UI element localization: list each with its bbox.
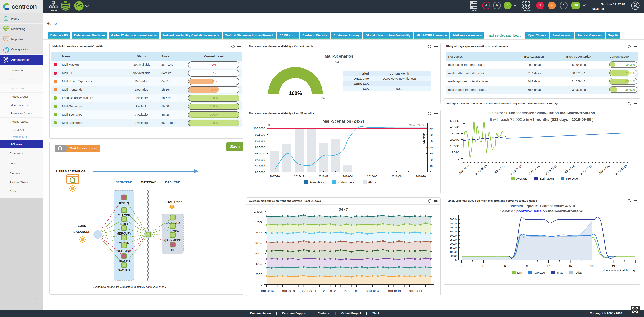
svg-text:2018-09-30: 2018-09-30	[475, 164, 488, 175]
svg-text:FRONTEND: FRONTEND	[116, 180, 132, 184]
svg-text:500.0: 500.0	[450, 218, 456, 221]
svg-text:20: 20	[430, 158, 432, 161]
svg-text:0: 0	[458, 157, 459, 160]
svg-text:97.0000: 97.0000	[255, 165, 265, 168]
svg-text:Alerts: Alerts	[368, 180, 376, 184]
svg-text:55.88G: 55.88G	[450, 119, 459, 122]
svg-text:USERS SCENARIOS: USERS SCENARIOS	[56, 170, 86, 173]
svg-text:200.0: 200.0	[450, 242, 456, 245]
svg-text:100%: 100%	[289, 90, 302, 96]
svg-text:150.0: 150.0	[450, 246, 456, 249]
svg-text:0: 0	[267, 96, 268, 99]
svg-text:2018-10-26: 2018-10-26	[510, 164, 523, 175]
svg-text:2018-10-14: 2018-10-14	[408, 290, 422, 293]
svg-text:350.0: 350.0	[450, 230, 456, 233]
svg-text:2018-10: 2018-10	[416, 175, 426, 178]
svg-text:450.0: 450.0	[450, 222, 456, 225]
svg-text:37.25G: 37.25G	[450, 132, 459, 135]
svg-text:2018-12-30: 2018-12-30	[597, 164, 610, 175]
svg-text:2018-09-28: 2018-09-28	[323, 290, 337, 293]
svg-text:100.0000: 100.0000	[254, 127, 265, 130]
svg-text:Service : postfix-queue on mai: Service : postfix-queue on mail-earth-fr…	[500, 209, 583, 213]
svg-text:2018-11-21: 2018-11-21	[545, 164, 558, 175]
svg-text:It will reach 79.00Go in +3 mo: It will reach 79.00Go in +3 months (323 …	[490, 117, 594, 122]
svg-text:60: 60	[430, 133, 432, 136]
svg-text:Today: Today	[574, 271, 582, 274]
svg-text:250.0: 250.0	[450, 238, 456, 241]
svg-text:IO: IO	[171, 248, 174, 252]
svg-text:2018-09-20: 2018-09-20	[281, 290, 295, 293]
svg-text:2018-10-10: 2018-10-10	[387, 290, 401, 293]
svg-text:SATURN: SATURN	[118, 269, 130, 272]
svg-text:GANYMEDE: GANYMEDE	[164, 239, 181, 242]
svg-text:50: 50	[430, 140, 432, 143]
svg-text:100.0: 100.0	[450, 250, 456, 253]
svg-text:98.0000: 98.0000	[255, 152, 265, 155]
svg-text:0: 0	[430, 171, 431, 174]
svg-text:0: 0	[461, 264, 462, 268]
svg-text:99.0000: 99.0000	[255, 139, 265, 142]
svg-text:40: 40	[430, 146, 432, 149]
svg-text:2018-10-02: 2018-10-02	[344, 290, 358, 293]
svg-text:98.5000: 98.5000	[255, 146, 265, 149]
svg-text:MERCURY: MERCURY	[116, 232, 131, 235]
svg-text:2018-02: 2018-02	[318, 175, 328, 178]
svg-text:1.400k: 1.400k	[254, 210, 262, 213]
svg-text:Performance: Performance	[338, 180, 355, 184]
svg-text:Max: Max	[557, 271, 563, 274]
svg-text:EARTH: EARTH	[119, 201, 129, 204]
svg-text:Projection: Projection	[566, 177, 580, 180]
svg-text:300.0: 300.0	[450, 234, 456, 237]
svg-text:400.0: 400.0	[450, 226, 456, 229]
svg-text:12: 12	[547, 264, 550, 268]
svg-text:3: 3	[482, 264, 484, 268]
svg-text:21: 21	[612, 264, 616, 268]
svg-text:46.57G: 46.57G	[450, 126, 459, 129]
svg-text:LOAD: LOAD	[78, 224, 86, 227]
svg-text:18: 18	[590, 264, 594, 268]
svg-text:Mail-Scenarios (24x7): Mail-Scenarios (24x7)	[322, 119, 364, 123]
svg-text:99.5000: 99.5000	[255, 133, 265, 136]
svg-text:Min: Min	[517, 271, 522, 274]
svg-text:2017-10: 2017-10	[270, 175, 280, 178]
svg-text:18.63G: 18.63G	[450, 145, 459, 148]
svg-text:9.31G: 9.31G	[452, 151, 459, 154]
svg-text:15: 15	[569, 264, 572, 268]
svg-text:2018-09-17: 2018-09-17	[457, 164, 470, 175]
svg-text:0: 0	[261, 283, 262, 286]
svg-text:2018-10-06: 2018-10-06	[366, 290, 380, 293]
svg-text:LDAP Paris: LDAP Paris	[165, 200, 182, 204]
svg-text:97.5000: 97.5000	[255, 158, 265, 161]
svg-text:2018-09-16: 2018-09-16	[260, 290, 274, 293]
svg-text:0: 0	[455, 259, 456, 262]
svg-text:Nb alerts: Nb alerts	[422, 133, 426, 144]
svg-text:1.000k: 1.000k	[254, 231, 262, 234]
svg-text:2017-12: 2017-12	[294, 175, 304, 178]
svg-text:Average: Average	[534, 271, 545, 274]
svg-text:30: 30	[430, 152, 432, 155]
svg-text:2018-12-17: 2018-12-17	[580, 164, 593, 175]
svg-text:2018-04: 2018-04	[343, 175, 353, 178]
svg-text:2018-12-04: 2018-12-04	[562, 164, 575, 175]
svg-text:2018-11-08: 2018-11-08	[528, 164, 540, 175]
svg-text:100: 100	[321, 96, 326, 99]
svg-text:Average: Average	[516, 177, 528, 180]
svg-text:%: %	[267, 124, 270, 126]
svg-text:Indicator : queue. Current val: Indicator : queue. Current value: 497.0	[508, 204, 575, 208]
svg-text:BACKEND: BACKEND	[165, 180, 180, 184]
svg-text:GATEWAY: GATEWAY	[141, 180, 156, 184]
svg-text:50.00: 50.00	[450, 254, 456, 257]
svg-text:2019-01-12: 2019-01-12	[615, 164, 628, 175]
svg-text:Estimation: Estimation	[540, 177, 554, 180]
svg-text:24x7: 24x7	[339, 207, 348, 212]
svg-text:600.0: 600.0	[256, 252, 262, 255]
svg-text:1.200k: 1.200k	[254, 221, 262, 224]
svg-text:Hours of a typical 24h day: Hours of a typical 24h day	[602, 269, 636, 272]
svg-text:Right click on objects with st: Right click on objects with status to di…	[93, 285, 166, 289]
svg-text:Indicator : used for service :: Indicator : used for service : disk-/usr…	[488, 111, 595, 115]
svg-text:2018-09-24: 2018-09-24	[302, 290, 316, 293]
svg-text:9: 9	[526, 264, 528, 268]
svg-text:96.5000: 96.5000	[255, 171, 265, 174]
svg-text:2018-08: 2018-08	[392, 175, 402, 178]
svg-text:27.94G: 27.94G	[450, 138, 459, 141]
